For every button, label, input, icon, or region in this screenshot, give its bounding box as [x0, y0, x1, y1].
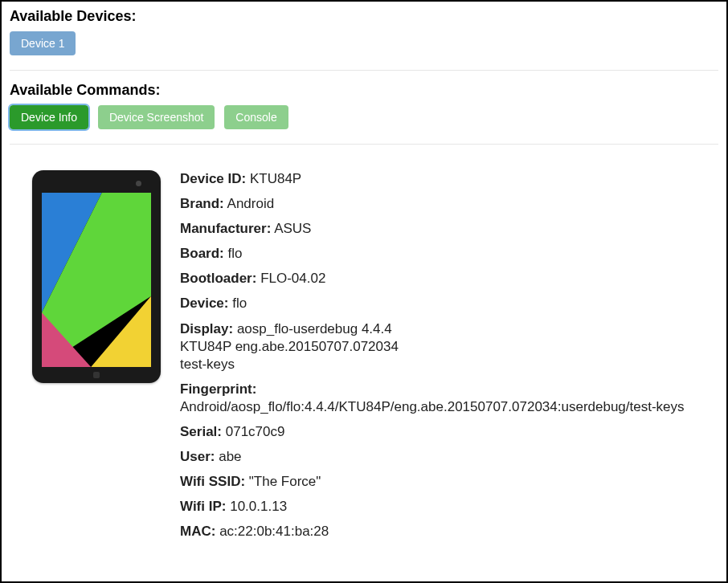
- device-details-row: Device ID: KTU84P Brand: Android Manufac…: [10, 156, 718, 548]
- info-label: User:: [180, 449, 215, 464]
- info-label: Manufacturer:: [180, 221, 271, 236]
- info-label: Brand:: [180, 196, 224, 211]
- info-value: ac:22:0b:41:ba:28: [219, 524, 329, 539]
- info-label: Serial:: [180, 424, 222, 439]
- info-display: Display: aosp_flo-userdebug 4.4.4 KTU84P…: [180, 320, 413, 373]
- info-value: abe: [219, 449, 241, 464]
- info-user: User: abe: [180, 448, 694, 466]
- info-value: Android/aosp_flo/flo:4.4.4/KTU84P/eng.ab…: [180, 399, 685, 414]
- commands-list: Device Info Device Screenshot Console: [10, 105, 718, 132]
- info-value: ASUS: [274, 221, 311, 236]
- info-brand: Brand: Android: [180, 195, 694, 213]
- info-fingerprint: Fingerprint: Android/aosp_flo/flo:4.4.4/…: [180, 381, 694, 416]
- info-value: flo: [232, 296, 247, 311]
- info-device: Device: flo: [180, 295, 694, 312]
- camera-dot-icon: [136, 181, 141, 186]
- info-label: Bootloader:: [180, 271, 256, 286]
- info-label: Device:: [180, 296, 228, 311]
- info-device-id: Device ID: KTU84P: [180, 170, 694, 188]
- info-label: Display:: [180, 321, 233, 336]
- info-bootloader: Bootloader: FLO-04.02: [180, 270, 694, 287]
- device-1-button[interactable]: Device 1: [10, 31, 76, 55]
- info-value: 10.0.1.13: [230, 499, 287, 514]
- available-commands-heading: Available Commands:: [10, 82, 718, 99]
- info-label: Wifi SSID:: [180, 474, 245, 489]
- info-value: 071c70c9: [226, 424, 285, 439]
- device-screen: [42, 193, 151, 367]
- info-label: Wifi IP:: [180, 499, 226, 514]
- info-label: MAC:: [180, 524, 215, 539]
- available-devices-heading: Available Devices:: [10, 8, 718, 25]
- divider: [10, 70, 718, 71]
- devices-list: Device 1: [10, 31, 718, 59]
- console-button[interactable]: Console: [224, 105, 288, 129]
- info-manufacturer: Manufacturer: ASUS: [180, 220, 694, 238]
- info-board: Board: flo: [180, 245, 694, 263]
- device-info-panel: Device ID: KTU84P Brand: Android Manufac…: [180, 170, 718, 548]
- info-value: FLO-04.02: [260, 271, 325, 286]
- info-wifi-ip: Wifi IP: 10.0.1.13: [180, 498, 694, 516]
- info-value: KTU84P: [250, 171, 301, 186]
- info-mac: MAC: ac:22:0b:41:ba:28: [180, 523, 694, 540]
- divider: [10, 144, 718, 145]
- info-label: Board:: [180, 246, 224, 261]
- info-value: "The Force": [249, 474, 321, 489]
- info-label: Fingerprint:: [180, 381, 256, 397]
- info-wifi-ssid: Wifi SSID: "The Force": [180, 473, 694, 491]
- info-value: flo: [228, 246, 243, 261]
- info-value: Android: [227, 196, 275, 211]
- device-screenshot-button[interactable]: Device Screenshot: [98, 105, 215, 129]
- home-indicator-icon: [93, 372, 100, 378]
- device-image: [32, 170, 161, 383]
- device-info-button[interactable]: Device Info: [10, 105, 88, 129]
- info-label: Device ID:: [180, 171, 246, 186]
- info-serial: Serial: 071c70c9: [180, 423, 694, 441]
